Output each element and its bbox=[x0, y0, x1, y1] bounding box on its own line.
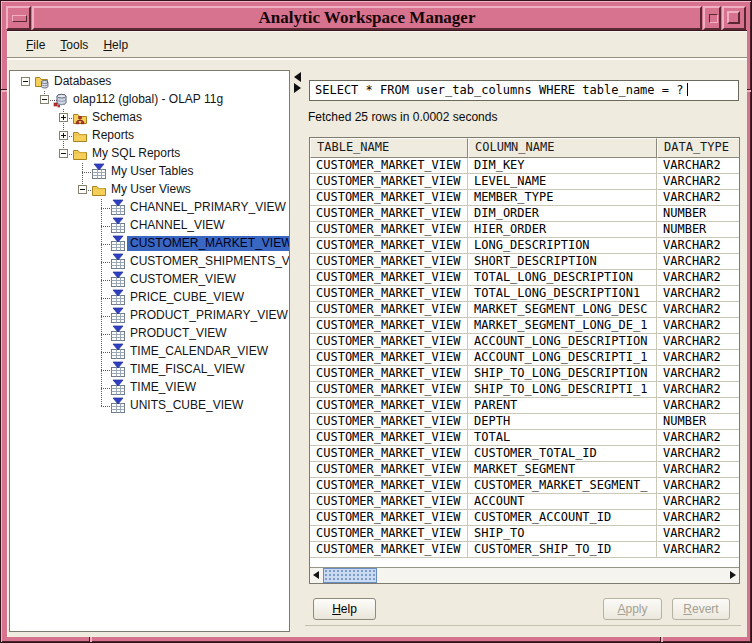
table-row[interactable]: CUSTOMER_MARKET_VIEWSHORT_DESCRIPTIONVAR… bbox=[310, 254, 739, 270]
table-row[interactable]: CUSTOMER_MARKET_VIEWLEVEL_NAMEVARCHAR2 bbox=[310, 174, 739, 190]
scrollbar-track[interactable] bbox=[323, 568, 726, 583]
table-cell: CUSTOMER_MARKET_VIEW bbox=[310, 430, 468, 445]
table-cell: SHIP_TO bbox=[468, 526, 657, 541]
scroll-left-button[interactable] bbox=[310, 568, 323, 583]
right-arrow-icon bbox=[730, 571, 736, 579]
revert-button[interactable]: Revert bbox=[672, 598, 730, 620]
column-header-column_name[interactable]: COLUMN_NAME bbox=[468, 138, 657, 158]
splitter-collapse-left-icon[interactable] bbox=[294, 72, 301, 82]
table-cell: VARCHAR2 bbox=[657, 254, 739, 269]
expand-toggle-icon[interactable] bbox=[59, 131, 68, 140]
expand-toggle-icon[interactable] bbox=[59, 113, 68, 122]
tree-item-label: PRODUCT_PRIMARY_VIEW bbox=[127, 308, 290, 323]
collapse-toggle-icon[interactable] bbox=[78, 185, 87, 194]
table-cell: CUSTOMER_MARKET_VIEW bbox=[310, 526, 468, 541]
table-row[interactable]: CUSTOMER_MARKET_VIEWDEPTHNUMBER bbox=[310, 414, 739, 430]
scrollbar-thumb[interactable] bbox=[323, 568, 377, 583]
collapse-toggle-icon[interactable] bbox=[40, 95, 49, 104]
table-row[interactable]: CUSTOMER_MARKET_VIEWDIM_ORDERNUMBER bbox=[310, 206, 739, 222]
tree-item-label: CHANNEL_PRIMARY_VIEW bbox=[127, 200, 289, 215]
tree-item-product-view[interactable]: PRODUCT_VIEW bbox=[10, 325, 289, 343]
table-cell: HIER_ORDER bbox=[468, 222, 657, 237]
table-cell: CUSTOMER_MARKET_VIEW bbox=[310, 334, 468, 349]
tree-item-olap112-global-olap-11g[interactable]: olap112 (global) - OLAP 11g bbox=[10, 91, 289, 109]
tree-item-product-primary-view[interactable]: PRODUCT_PRIMARY_VIEW bbox=[10, 307, 289, 325]
table-cell: NUMBER bbox=[657, 206, 739, 221]
tree-item-label: CUSTOMER_MARKET_VIEW bbox=[127, 236, 290, 251]
table-cell: VARCHAR2 bbox=[657, 238, 739, 253]
table-row[interactable]: CUSTOMER_MARKET_VIEWACCOUNT_LONG_DESCRIP… bbox=[310, 334, 739, 350]
table-row[interactable]: CUSTOMER_MARKET_VIEWMARKET_SEGMENT_LONG_… bbox=[310, 318, 739, 334]
collapse-toggle-icon[interactable] bbox=[59, 149, 68, 158]
tree-item-customer-shipments-view[interactable]: CUSTOMER_SHIPMENTS_VIEW bbox=[10, 253, 289, 271]
menu-item-tools[interactable]: Tools bbox=[60, 38, 88, 52]
table-row[interactable]: CUSTOMER_MARKET_VIEWTOTAL_LONG_DESCRIPTI… bbox=[310, 270, 739, 286]
table-row[interactable]: CUSTOMER_MARKET_VIEWACCOUNT_LONG_DESCRIP… bbox=[310, 350, 739, 366]
tree-item-price-cube-view[interactable]: PRICE_CUBE_VIEW bbox=[10, 289, 289, 307]
window-title: Analytic Workspace Manager bbox=[259, 8, 476, 27]
table-row[interactable]: CUSTOMER_MARKET_VIEWHIER_ORDERNUMBER bbox=[310, 222, 739, 238]
table-row[interactable]: CUSTOMER_MARKET_VIEWCUSTOMER_SHIP_TO_IDV… bbox=[310, 542, 739, 558]
table-row[interactable]: CUSTOMER_MARKET_VIEWCUSTOMER_ACCOUNT_IDV… bbox=[310, 510, 739, 526]
table-cell: VARCHAR2 bbox=[657, 398, 739, 413]
folder-icon bbox=[91, 182, 107, 198]
table-row[interactable]: CUSTOMER_MARKET_VIEWLONG_DESCRIPTIONVARC… bbox=[310, 238, 739, 254]
apply-button[interactable]: Apply bbox=[603, 598, 662, 620]
table-row[interactable]: CUSTOMER_MARKET_VIEWDIM_KEYVARCHAR2 bbox=[310, 158, 739, 174]
menubar: FileToolsHelp bbox=[7, 33, 747, 56]
table-row[interactable]: CUSTOMER_MARKET_VIEWMARKET_SEGMENT_LONG_… bbox=[310, 302, 739, 318]
table-row[interactable]: CUSTOMER_MARKET_VIEWSHIP_TO_LONG_DESCRIP… bbox=[310, 366, 739, 382]
splitter-collapse-right-icon[interactable] bbox=[294, 83, 301, 93]
table-row[interactable]: CUSTOMER_MARKET_VIEWSHIP_TO_LONG_DESCRIP… bbox=[310, 382, 739, 398]
table-row[interactable]: CUSTOMER_MARKET_VIEWTOTAL_LONG_DESCRIPTI… bbox=[310, 286, 739, 302]
help-button[interactable]: Help bbox=[313, 598, 376, 620]
menu-item-file[interactable]: File bbox=[26, 38, 45, 52]
table-cell: MARKET_SEGMENT_LONG_DESC bbox=[468, 302, 657, 317]
tree-item-customer-market-view[interactable]: CUSTOMER_MARKET_VIEW bbox=[10, 235, 289, 253]
view-table-icon bbox=[91, 164, 107, 180]
tree-item-my-sql-reports[interactable]: My SQL Reports bbox=[10, 145, 289, 163]
tree-item-time-view[interactable]: TIME_VIEW bbox=[10, 379, 289, 397]
tree-guide bbox=[101, 397, 102, 406]
sql-query-input[interactable]: SELECT * FROM user_tab_columns WHERE tab… bbox=[309, 80, 739, 101]
table-cell: CUSTOMER_MARKET_VIEW bbox=[310, 238, 468, 253]
column-header-data_type[interactable]: DATA_TYPE bbox=[657, 138, 739, 158]
tree-item-my-user-tables[interactable]: My User Tables bbox=[10, 163, 289, 181]
table-row[interactable]: CUSTOMER_MARKET_VIEWMARKET_SEGMENTVARCHA… bbox=[310, 462, 739, 478]
tree-item-time-calendar-view[interactable]: TIME_CALENDAR_VIEW bbox=[10, 343, 289, 361]
table-cell: SHIP_TO_LONG_DESCRIPTION bbox=[468, 366, 657, 381]
view-table-icon bbox=[110, 200, 126, 216]
tree-item-label: TIME_FISCAL_VIEW bbox=[127, 362, 248, 377]
tree-item-my-user-views[interactable]: My User Views bbox=[10, 181, 289, 199]
titlebar-title-area[interactable]: Analytic Workspace Manager bbox=[32, 6, 702, 30]
h-scrollbar[interactable] bbox=[310, 567, 739, 583]
collapse-toggle-icon[interactable] bbox=[21, 77, 30, 86]
table-row[interactable]: CUSTOMER_MARKET_VIEWCUSTOMER_TOTAL_IDVAR… bbox=[310, 446, 739, 462]
folder-schemas-icon bbox=[72, 110, 88, 126]
tree-item-time-fiscal-view[interactable]: TIME_FISCAL_VIEW bbox=[10, 361, 289, 379]
table-row[interactable]: CUSTOMER_MARKET_VIEWMEMBER_TYPEVARCHAR2 bbox=[310, 190, 739, 206]
table-row[interactable]: CUSTOMER_MARKET_VIEWSHIP_TOVARCHAR2 bbox=[310, 526, 739, 542]
tree-item-channel-view[interactable]: CHANNEL_VIEW bbox=[10, 217, 289, 235]
table-cell: CUSTOMER_MARKET_VIEW bbox=[310, 446, 468, 461]
table-row[interactable]: CUSTOMER_MARKET_VIEWCUSTOMER_MARKET_SEGM… bbox=[310, 478, 739, 494]
tree-guide bbox=[82, 163, 83, 181]
tree-item-schemas[interactable]: Schemas bbox=[10, 109, 289, 127]
maximize-button[interactable] bbox=[722, 6, 746, 30]
table-row[interactable]: CUSTOMER_MARKET_VIEWACCOUNTVARCHAR2 bbox=[310, 494, 739, 510]
tree-item-databases[interactable]: Databases bbox=[10, 73, 289, 91]
tree-item-units-cube-view[interactable]: UNITS_CUBE_VIEW bbox=[10, 397, 289, 415]
table-row[interactable]: CUSTOMER_MARKET_VIEWTOTALVARCHAR2 bbox=[310, 430, 739, 446]
scroll-right-button[interactable] bbox=[726, 568, 739, 583]
results-scrollpane: TABLE_NAMECOLUMN_NAMEDATA_TYPE CUSTOMER_… bbox=[309, 137, 740, 584]
window-menu-button[interactable] bbox=[6, 6, 31, 30]
tree-item-customer-view[interactable]: CUSTOMER_VIEW bbox=[10, 271, 289, 289]
tree-item-reports[interactable]: Reports bbox=[10, 127, 289, 145]
titlebar[interactable]: Analytic Workspace Manager bbox=[6, 6, 746, 30]
table-cell: LEVEL_NAME bbox=[468, 174, 657, 189]
column-header-table_name[interactable]: TABLE_NAME bbox=[310, 138, 468, 158]
table-row[interactable]: CUSTOMER_MARKET_VIEWPARENTVARCHAR2 bbox=[310, 398, 739, 414]
menu-item-help[interactable]: Help bbox=[103, 38, 128, 52]
tree-item-channel-primary-view[interactable]: CHANNEL_PRIMARY_VIEW bbox=[10, 199, 289, 217]
minimize-button[interactable] bbox=[703, 6, 721, 30]
